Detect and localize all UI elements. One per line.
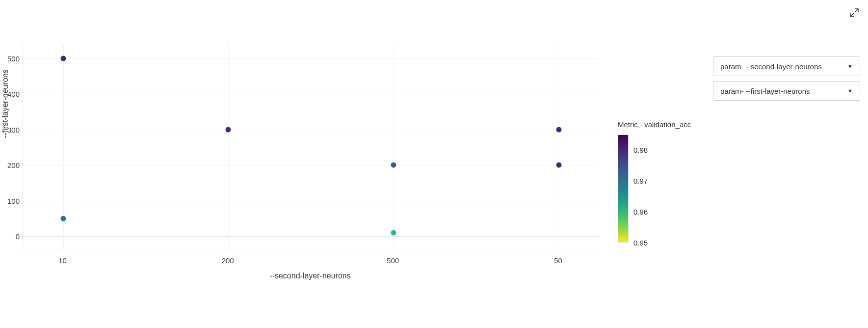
y-axis-selector-label: param- --first-layer-neurons [720, 87, 810, 95]
gridline-h [23, 165, 599, 165]
colorbar-tick: 0.97 [633, 177, 648, 185]
colorbar-gradient [618, 135, 629, 243]
plot-area[interactable] [22, 44, 599, 250]
colorbar-tick: 0.98 [633, 146, 648, 154]
y-tick-label: 300 [0, 125, 20, 134]
data-point[interactable] [60, 55, 66, 61]
x-axis-selector-label: param- --second-layer-neurons [720, 62, 822, 71]
y-tick-label: 100 [0, 196, 20, 205]
gridline-h [23, 130, 599, 130]
y-tick-label: 400 [0, 90, 20, 98]
x-axis-label: --second-layer-neurons [269, 272, 350, 280]
y-tick-label: 200 [0, 161, 20, 169]
chevron-down-icon: ▼ [847, 63, 853, 69]
colorbar-ticks: 0.980.970.960.95 [633, 135, 663, 243]
y-tick-label: 500 [0, 54, 20, 62]
chevron-down-icon: ▼ [847, 88, 853, 94]
data-point[interactable] [226, 127, 231, 132]
expand-icon[interactable] [849, 8, 859, 20]
x-axis-selector[interactable]: param- --second-layer-neurons ▼ [713, 56, 860, 76]
gridline-v [559, 44, 559, 250]
scatter-chart [22, 44, 599, 250]
data-point[interactable] [556, 127, 561, 132]
gridline-h [23, 201, 599, 201]
x-tick-label: 50 [554, 256, 562, 265]
gridline-v [228, 44, 229, 250]
colorbar-tick: 0.96 [633, 208, 648, 216]
colorbar: Metric - validation_acc 0.980.970.960.95 [618, 120, 750, 243]
data-point[interactable] [60, 216, 66, 221]
gridline-v [394, 44, 394, 250]
x-tick-label: 200 [222, 256, 234, 265]
data-point[interactable] [556, 163, 561, 168]
gridline-h [23, 94, 599, 94]
y-axis-selector[interactable]: param- --first-layer-neurons ▼ [713, 81, 860, 101]
y-tick-label: 0 [0, 232, 20, 241]
x-tick-label: 500 [387, 256, 399, 265]
data-point[interactable] [391, 230, 396, 235]
data-point[interactable] [391, 163, 396, 168]
colorbar-tick: 0.95 [633, 239, 648, 247]
colorbar-title: Metric - validation_acc [618, 120, 750, 129]
gridline-h [23, 236, 599, 237]
x-tick-label: 10 [58, 256, 67, 265]
gridline-h [23, 58, 599, 59]
